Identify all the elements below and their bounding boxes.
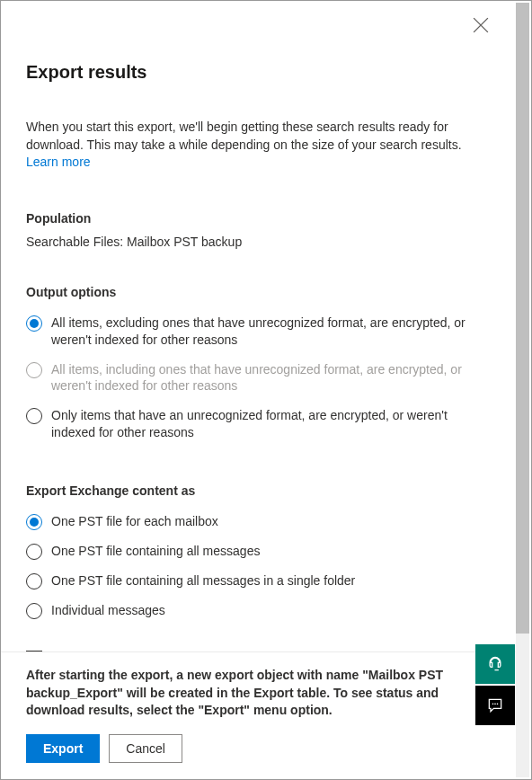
close-icon: [473, 17, 489, 33]
export-as-single-folder[interactable]: One PST file containing all messages in …: [26, 566, 491, 596]
output-options-heading: Output options: [26, 285, 491, 299]
radio-label: All items, including ones that have unre…: [51, 361, 491, 395]
panel-body: Export results When you start this expor…: [1, 1, 516, 657]
export-as-individual[interactable]: Individual messages: [26, 596, 491, 625]
output-option-exclude-unrecognized[interactable]: All items, excluding ones that have unre…: [26, 308, 491, 355]
output-option-only-unrecognized[interactable]: Only items that have an unrecognized for…: [26, 401, 491, 448]
panel-footer: After starting the export, a new export …: [1, 651, 516, 779]
svg-point-1: [494, 704, 496, 705]
scrollbar-thumb[interactable]: [516, 3, 529, 634]
intro-text: When you start this export, we'll begin …: [26, 119, 491, 172]
population-heading: Population: [26, 211, 491, 226]
help-button[interactable]: [475, 644, 515, 684]
feedback-button[interactable]: [475, 686, 515, 725]
export-as-group: One PST file for each mailbox One PST fi…: [26, 507, 491, 625]
radio-label: One PST file containing all messages: [51, 543, 260, 560]
svg-point-2: [497, 704, 499, 705]
radio-icon: [26, 544, 42, 560]
intro-body: When you start this export, we'll begin …: [26, 120, 462, 152]
radio-icon: [26, 362, 42, 378]
radio-icon: [26, 315, 42, 332]
radio-label: All items, excluding ones that have unre…: [51, 315, 491, 349]
radio-icon: [26, 408, 42, 424]
footer-note: After starting the export, a new export …: [26, 667, 491, 720]
radio-label: One PST file for each mailbox: [51, 513, 218, 530]
svg-point-0: [492, 704, 494, 705]
close-button[interactable]: [473, 17, 489, 33]
radio-label: Individual messages: [51, 602, 165, 619]
chat-icon: [486, 696, 504, 714]
export-results-panel: Export results When you start this expor…: [0, 0, 532, 780]
button-row: Export Cancel: [26, 734, 491, 763]
panel-title: Export results: [26, 62, 491, 83]
radio-icon: [26, 514, 42, 530]
radio-label: One PST file containing all messages in …: [51, 572, 355, 589]
output-options-group: All items, excluding ones that have unre…: [26, 308, 491, 448]
radio-icon: [26, 573, 42, 589]
output-option-include-unrecognized: All items, including ones that have unre…: [26, 355, 491, 402]
export-as-heading: Export Exchange content as: [26, 483, 491, 498]
export-as-per-mailbox[interactable]: One PST file for each mailbox: [26, 507, 491, 536]
cancel-button[interactable]: Cancel: [109, 734, 182, 763]
export-as-one-pst[interactable]: One PST file containing all messages: [26, 536, 491, 566]
radio-icon: [26, 603, 42, 619]
population-value: Searchable Files: Mailbox PST backup: [26, 235, 491, 249]
headset-icon: [486, 655, 504, 673]
export-button[interactable]: Export: [26, 734, 100, 763]
learn-more-link[interactable]: Learn more: [26, 155, 91, 169]
radio-label: Only items that have an unrecognized for…: [51, 407, 491, 441]
scrollbar-track[interactable]: [516, 3, 529, 777]
